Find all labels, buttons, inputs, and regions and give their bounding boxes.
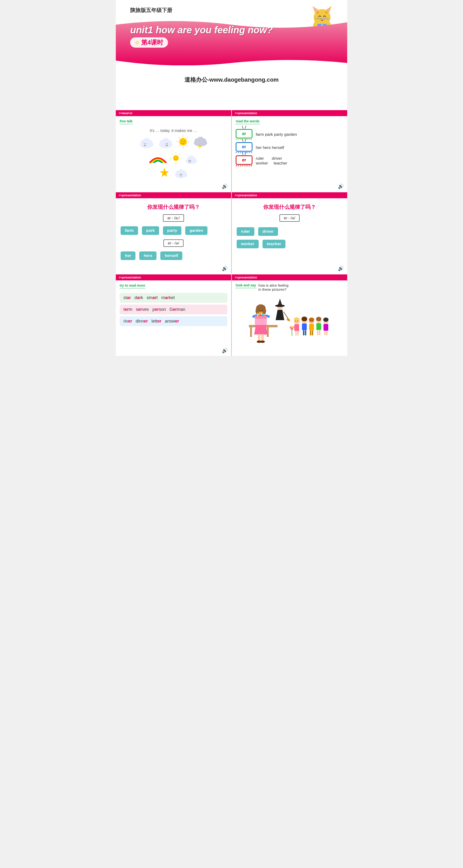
word-riv: riv xyxy=(124,319,128,323)
svg-line-54 xyxy=(179,154,180,155)
svg-point-25 xyxy=(145,144,146,145)
read-row-1: star dark smart market xyxy=(120,293,227,303)
pattern3-title: 你发现什么规律了吗？ xyxy=(236,204,343,211)
website-text: 道格办公-www.daogebangong.com xyxy=(116,66,347,88)
svg-rect-115 xyxy=(303,330,304,336)
pattern3-er-box: er - /ə/ xyxy=(236,213,343,223)
look-say-text: how is alice feeling in these pictures? xyxy=(258,283,289,291)
main-title: unit1 how are you feeling now? xyxy=(130,25,347,35)
er-words-1: her hers herself xyxy=(256,145,284,150)
speaker-icon-1[interactable]: 🔊 xyxy=(222,183,228,189)
svg-point-113 xyxy=(305,320,306,321)
classroom-svg xyxy=(242,294,337,346)
svg-point-127 xyxy=(320,320,320,321)
word-man: man xyxy=(177,307,185,312)
svg-point-41 xyxy=(181,141,182,142)
tv-card-er-red: er xyxy=(236,155,253,166)
title-content: unit1 how are you feeling now? ⚙ 第4课时 xyxy=(130,25,347,48)
svg-line-101 xyxy=(284,312,288,319)
word-er-5: er xyxy=(128,319,132,323)
svg-point-22 xyxy=(147,140,153,145)
word-space-4: s xyxy=(134,307,138,312)
svg-rect-107 xyxy=(294,324,299,331)
speaker-icon-5[interactable]: 🔊 xyxy=(222,348,228,353)
svg-rect-123 xyxy=(312,330,313,336)
svg-rect-116 xyxy=(305,330,306,336)
word-space-1: d xyxy=(132,295,137,300)
presentation5-panel: >>presentation look and say how is alice… xyxy=(232,274,347,356)
cloud-smile-1 xyxy=(138,135,155,149)
sun-icon xyxy=(176,135,190,149)
word-er-3: er xyxy=(155,307,159,312)
tv-card-er-blue: er xyxy=(236,142,253,153)
svg-point-120 xyxy=(312,321,313,321)
tv-row-1: ar farm park party garden xyxy=(236,129,343,140)
word-er-2: er xyxy=(138,307,142,312)
svg-point-70 xyxy=(180,174,180,175)
tag-herself: herself xyxy=(160,251,182,260)
tag-worker: worker xyxy=(237,240,259,248)
svg-point-99 xyxy=(275,305,285,307)
word-ket: ket xyxy=(169,295,175,300)
look-say-header: look and say how is alice feeling in the… xyxy=(236,283,343,291)
presentation1-panel: >>presentation read the words ar farm pa… xyxy=(232,110,347,191)
pattern2-ar-box: ar - /aː/ xyxy=(120,213,227,223)
lesson-text: 第4课时 xyxy=(141,38,163,47)
look-text-2: in these pictures? xyxy=(258,287,289,291)
svg-rect-86 xyxy=(261,334,264,341)
panel-row-2: >>presentation 你发现什么规律了吗？ ar - /aː/ farm… xyxy=(116,192,347,274)
svg-rect-90 xyxy=(255,316,267,319)
star-sun-icon xyxy=(158,166,171,180)
svg-marker-82 xyxy=(254,324,267,335)
svg-point-64 xyxy=(164,172,165,173)
scene-illustration xyxy=(236,294,343,346)
svg-point-48 xyxy=(173,155,179,161)
word-st: st xyxy=(124,295,127,300)
svg-point-139 xyxy=(290,326,292,329)
word-ves: ves xyxy=(142,307,149,312)
svg-point-60 xyxy=(192,157,196,161)
svg-point-79 xyxy=(259,310,260,311)
tag-park: park xyxy=(142,226,159,235)
svg-rect-74 xyxy=(267,327,269,337)
word-k-1: k xyxy=(141,295,143,300)
read-row-3: river dinner letter answer xyxy=(120,316,227,326)
small-sun-icon xyxy=(170,152,182,164)
ar-words: farm park party garden xyxy=(256,132,297,137)
word-ar-3: ar xyxy=(153,295,157,300)
presentation3-panel: >>presentation 你发现什么规律了吗？ er - /ə/ ruler… xyxy=(232,192,347,274)
speaker-icon-3[interactable]: 🔊 xyxy=(222,266,228,271)
svg-point-104 xyxy=(294,317,300,322)
speaker-icon-4[interactable]: 🔊 xyxy=(338,266,344,271)
tag-farm: farm xyxy=(121,226,138,235)
svg-line-39 xyxy=(179,145,179,146)
rainbow-icon xyxy=(148,152,167,164)
svg-point-65 xyxy=(165,172,166,173)
word-space-7: dinn xyxy=(133,319,144,323)
panel-row-1: >>lead-in free talk it's … today. it mak… xyxy=(116,110,347,191)
read-row-2: term serves person German xyxy=(120,305,227,314)
svg-point-133 xyxy=(325,321,325,321)
svg-point-106 xyxy=(297,321,298,321)
svg-point-119 xyxy=(310,321,311,321)
weather-icons-2 xyxy=(120,152,227,164)
svg-point-80 xyxy=(262,310,263,311)
speaker-icon-2[interactable]: 🔊 xyxy=(338,183,344,189)
word-space-8: lett xyxy=(149,319,157,323)
tag-her: her xyxy=(121,251,135,260)
lead-in-panel: >>lead-in free talk it's … today. it mak… xyxy=(116,110,231,191)
tag-driver: driver xyxy=(258,227,278,236)
svg-point-134 xyxy=(327,321,327,321)
card-er-blue: er xyxy=(236,142,253,152)
svg-point-55 xyxy=(175,157,175,158)
pattern2-title: 你发现什么规律了吗？ xyxy=(120,204,227,211)
read-words-label: read the words xyxy=(236,119,260,124)
word-ar-1: ar xyxy=(127,295,131,300)
word-er-8: er xyxy=(175,319,179,323)
svg-rect-121 xyxy=(309,324,314,330)
cloud-smile-2 xyxy=(158,135,174,149)
svg-rect-73 xyxy=(250,327,252,337)
svg-rect-136 xyxy=(324,331,326,336)
word-son: son xyxy=(159,307,166,312)
pattern2-er-box: er - /ə/ xyxy=(120,238,227,248)
